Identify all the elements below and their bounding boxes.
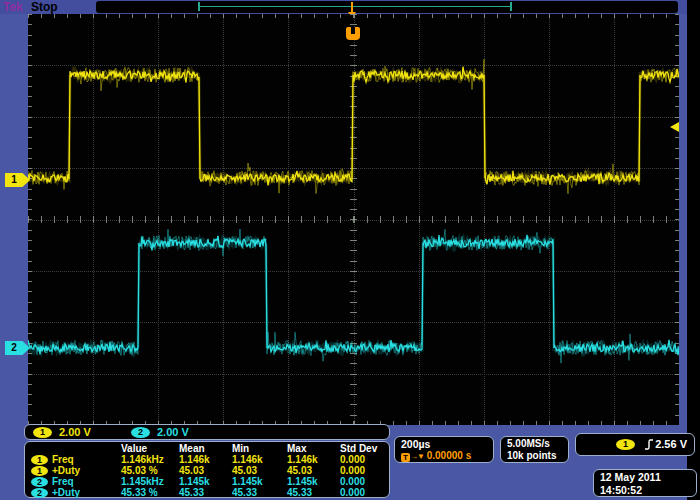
record-view-bar [96, 1, 678, 13]
measurement-min: 1.145k [232, 476, 287, 487]
trigger-readout-box: 1 2.56 V [575, 433, 695, 456]
ch1-badge: 1 [33, 427, 52, 438]
measurement-name: +Duty [52, 487, 80, 498]
measurement-mean: 45.03 [179, 465, 232, 476]
trigger-level-marker[interactable] [670, 122, 679, 132]
col-header-mean: Mean [179, 443, 232, 454]
measurement-std: 0.000 [340, 454, 389, 465]
measurement-row-ch2-duty: 2+Duty 45.33 % 45.33 45.33 45.33 0.000 [31, 487, 389, 498]
measurement-min: 1.146k [232, 454, 287, 465]
measurement-value: 1.145kHz [121, 476, 179, 487]
col-header-value: Value [121, 443, 179, 454]
ch2-badge: 2 [31, 477, 48, 487]
ch1-badge: 1 [31, 466, 48, 476]
record-length: 10k points [507, 450, 568, 462]
acquisition-box: 5.00MS/s 10k points [500, 436, 569, 463]
measurement-min: 45.33 [232, 487, 287, 498]
ch2-scale: 2.00 V [157, 426, 189, 438]
record-window-bracket-left [198, 2, 200, 11]
position-arrow-icon: →▼ [410, 452, 424, 461]
measurement-name: Freq [52, 476, 74, 487]
measurement-mean: 1.146k [179, 454, 232, 465]
measurement-std: 0.000 [340, 487, 389, 498]
horizontal-position-row: T→▼ 0.00000 s [401, 450, 493, 463]
measurement-mean: 1.145k [179, 476, 232, 487]
measurement-max: 1.146k [287, 454, 340, 465]
time-label: 14:50:52 [600, 484, 696, 497]
datetime-box: 12 May 2011 14:50:52 [593, 469, 697, 497]
ch2-badge: 2 [31, 488, 48, 498]
measurement-table: Value Mean Min Max Std Dev 1Freq 1.146kH… [24, 441, 390, 498]
trigger-source-badge: 1 [616, 439, 635, 450]
measurement-value: 1.146kHz [121, 454, 179, 465]
measurement-row-ch2-freq: 2Freq 1.145kHz 1.145k 1.145k 1.145k 0.00… [31, 476, 389, 487]
measurement-max: 45.03 [287, 465, 340, 476]
horizontal-scale-box: 200µs T→▼ 0.00000 s [394, 436, 494, 463]
channel-scale-bar: 1 2.00 V 2 2.00 V [24, 424, 390, 440]
ch1-badge: 1 [31, 455, 48, 465]
measurement-max: 45.33 [287, 487, 340, 498]
measurement-std: 0.000 [340, 465, 389, 476]
graticule [28, 14, 679, 425]
date-label: 12 May 2011 [600, 471, 696, 484]
measurement-row-ch1-duty: 1+Duty 45.03 % 45.03 45.03 45.03 0.000 [31, 465, 389, 476]
measurement-name: +Duty [52, 465, 80, 476]
trigger-level: 2.56 V [655, 438, 687, 450]
measurement-std: 0.000 [340, 476, 389, 487]
expansion-point-notch [351, 27, 355, 34]
record-window-bracket-right [510, 2, 512, 11]
acquisition-status: Stop [31, 0, 58, 14]
sample-rate: 5.00MS/s [507, 438, 568, 450]
waveform-ch2 [28, 229, 679, 363]
trigger-position-icon: T [401, 453, 410, 462]
waveform-display [28, 14, 679, 425]
measurement-header-row: Value Mean Min Max Std Dev [31, 443, 389, 454]
record-line [200, 6, 510, 7]
col-header-max: Max [287, 443, 340, 454]
measurement-name: Freq [52, 454, 74, 465]
measurement-mean: 45.33 [179, 487, 232, 498]
expansion-point-marker[interactable] [346, 27, 360, 40]
tek-logo: Tek [3, 0, 23, 14]
measurement-value: 45.03 % [121, 465, 179, 476]
col-header-min: Min [232, 443, 287, 454]
ch1-scale: 2.00 V [59, 426, 91, 438]
ch2-badge: 2 [131, 427, 150, 438]
waveform-ch1 [28, 59, 679, 193]
measurement-max: 1.145k [287, 476, 340, 487]
rising-edge-icon [644, 438, 654, 451]
measurement-row-ch1-freq: 1Freq 1.146kHz 1.146k 1.146k 1.146k 0.00… [31, 454, 389, 465]
measurement-value: 45.33 % [121, 487, 179, 498]
horizontal-position: 0.00000 s [427, 450, 472, 461]
col-header-stddev: Std Dev [340, 443, 389, 454]
measurement-min: 45.03 [232, 465, 287, 476]
title-bar: Tek Stop [0, 0, 687, 14]
horizontal-scale: 200µs [401, 438, 493, 450]
